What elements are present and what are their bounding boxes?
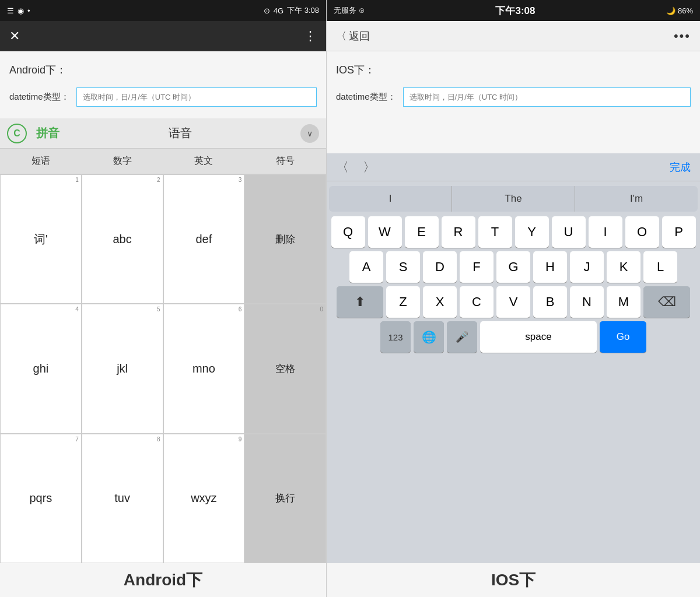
ios-key-d[interactable]: D (423, 251, 457, 283)
ios-pred-i[interactable]: I (329, 186, 452, 212)
android-key-row-2: 4 ghi 5 jkl 6 mno 0 空格 (0, 304, 326, 433)
android-ime-tab-english[interactable]: 英文 (163, 149, 245, 174)
android-key-jkl[interactable]: 5 jkl (82, 304, 163, 433)
ios-key-mic[interactable]: 🎤 (447, 321, 477, 353)
android-status-right: ⊙ 4G 下午 3:08 (264, 5, 319, 16)
android-form-row: datetime类型： (9, 87, 317, 107)
android-ime-tabs: 短语 数字 英文 符号 (0, 149, 326, 174)
ios-pred-im[interactable]: I'm (575, 186, 698, 212)
android-panel: ☰ ◉ • ⊙ 4G 下午 3:08 ✕ ⋮ Android下： datetim… (0, 0, 327, 597)
ios-key-l[interactable]: L (643, 251, 677, 283)
ios-key-r[interactable]: R (442, 216, 475, 248)
android-menu-icon: ☰ (7, 6, 14, 15)
ios-key-z[interactable]: Z (386, 286, 420, 318)
android-key-enter[interactable]: 换行 (244, 434, 326, 563)
android-content: Android下： datetime类型： (0, 51, 326, 118)
ios-toolbar: 〈 〉 完成 (327, 153, 700, 181)
android-key-row-1: 1 词' 2 abc 3 def 删除 (0, 174, 326, 304)
ios-pred-the[interactable]: The (452, 186, 575, 212)
ios-status-bar: 无服务 ⊙ 下午3:08 🌙 86% (327, 0, 700, 21)
ios-predictive-bar: I The I'm (329, 186, 698, 212)
ios-nav-bar: 〈 返回 ••• (327, 21, 700, 51)
ios-key-c[interactable]: C (460, 286, 494, 318)
android-key-def[interactable]: 3 def (163, 174, 245, 304)
ios-key-row-2: A S D F G H J K L (329, 251, 698, 283)
android-key-pqrs[interactable]: 7 pqrs (0, 434, 82, 563)
ios-time: 下午3:08 (495, 4, 535, 17)
android-section-title: Android下： (9, 63, 317, 77)
ios-key-p[interactable]: P (662, 216, 696, 248)
android-ime-voice[interactable]: 语音 (169, 125, 292, 141)
ios-toolbar-done[interactable]: 完成 (670, 160, 691, 174)
android-nav-bar: ✕ ⋮ (0, 21, 326, 51)
ios-section-title: IOS下： (336, 63, 691, 77)
ios-key-shift[interactable]: ⬆ (337, 286, 383, 318)
android-datetime-input[interactable] (76, 87, 317, 107)
ios-key-row-3: ⬆ Z X C V B N M ⌫ (329, 286, 698, 318)
android-key-row-3: 7 pqrs 8 tuv 9 wxyz 换行 (0, 434, 326, 563)
android-circle-icon: ◉ (18, 6, 24, 15)
ios-key-row-4: 123 🌐 🎤 space Go (329, 321, 698, 353)
android-ime-tab-number[interactable]: 数字 (82, 149, 163, 174)
ios-key-g[interactable]: G (496, 251, 530, 283)
android-more-button[interactable]: ⋮ (304, 29, 317, 44)
android-key-tuv[interactable]: 8 tuv (82, 434, 163, 563)
ios-key-q[interactable]: Q (331, 216, 365, 248)
android-dot-icon: • (27, 6, 30, 15)
android-ime-tab-symbol[interactable]: 符号 (244, 149, 326, 174)
ios-back-button[interactable]: 〈 返回 (336, 29, 370, 43)
ios-key-b[interactable]: B (533, 286, 567, 318)
ios-key-s[interactable]: S (386, 251, 420, 283)
android-key-abc[interactable]: 2 abc (82, 174, 163, 304)
ios-more-button[interactable]: ••• (674, 29, 691, 44)
ios-key-a[interactable]: A (349, 251, 383, 283)
ios-toolbar-next[interactable]: 〉 (363, 159, 376, 176)
android-ime-tab-phrase[interactable]: 短语 (0, 149, 82, 174)
ios-key-y[interactable]: Y (515, 216, 549, 248)
android-key-delete[interactable]: 删除 (244, 174, 326, 304)
android-wifi-icon: ⊙ (264, 6, 270, 15)
ios-key-f[interactable]: F (460, 251, 494, 283)
android-time: 下午 3:08 (287, 5, 319, 16)
ios-toolbar-prev[interactable]: 〈 (336, 159, 349, 176)
ios-key-u[interactable]: U (552, 216, 586, 248)
android-ime-expand[interactable]: ∨ (300, 124, 319, 143)
ios-datetime-input[interactable] (403, 87, 691, 107)
android-status-icons: ☰ ◉ • (7, 6, 30, 15)
ios-datetime-label: datetime类型： (336, 92, 396, 103)
android-ime-top: C 拼音 语音 ∨ (0, 118, 326, 149)
ios-key-m[interactable]: M (607, 286, 640, 318)
ios-key-space[interactable]: space (480, 321, 597, 353)
ios-status-left: 无服务 ⊙ (334, 5, 365, 16)
android-key-wxyz[interactable]: 9 wxyz (163, 434, 245, 563)
ios-key-n[interactable]: N (570, 286, 604, 318)
android-close-button[interactable]: ✕ (9, 29, 20, 44)
ios-key-go[interactable]: Go (600, 321, 646, 353)
ios-key-globe[interactable]: 🌐 (414, 321, 444, 353)
ios-key-123[interactable]: 123 (380, 321, 411, 353)
ios-key-o[interactable]: O (625, 216, 659, 248)
android-signal-icon: 4G (274, 6, 284, 15)
ios-key-v[interactable]: V (496, 286, 530, 318)
ios-content: IOS下： datetime类型： (327, 51, 700, 118)
ios-key-k[interactable]: K (607, 251, 640, 283)
ios-key-backspace[interactable]: ⌫ (643, 286, 690, 318)
ios-key-w[interactable]: W (368, 216, 402, 248)
ios-content-spacer (327, 118, 700, 153)
android-bottom-label: Android下 (0, 563, 326, 597)
android-key-rows: 1 词' 2 abc 3 def 删除 4 ghi (0, 174, 326, 563)
android-keyboard: C 拼音 语音 ∨ 短语 数字 英文 符号 1 词' 2 abc (0, 118, 326, 563)
ios-key-h[interactable]: H (533, 251, 567, 283)
ios-key-i[interactable]: I (589, 216, 622, 248)
android-key-mno[interactable]: 6 mno (163, 304, 245, 433)
ios-key-j[interactable]: J (570, 251, 604, 283)
android-key-ghi[interactable]: 4 ghi (0, 304, 82, 433)
ios-back-arrow: 〈 (336, 29, 346, 43)
ios-toolbar-nav: 〈 〉 (336, 159, 376, 176)
android-key-space[interactable]: 0 空格 (244, 304, 326, 433)
ios-key-t[interactable]: T (478, 216, 512, 248)
ios-key-e[interactable]: E (405, 216, 439, 248)
android-key-ci[interactable]: 1 词' (0, 174, 82, 304)
ios-key-x[interactable]: X (423, 286, 457, 318)
android-ime-pinyin[interactable]: 拼音 (36, 125, 159, 141)
